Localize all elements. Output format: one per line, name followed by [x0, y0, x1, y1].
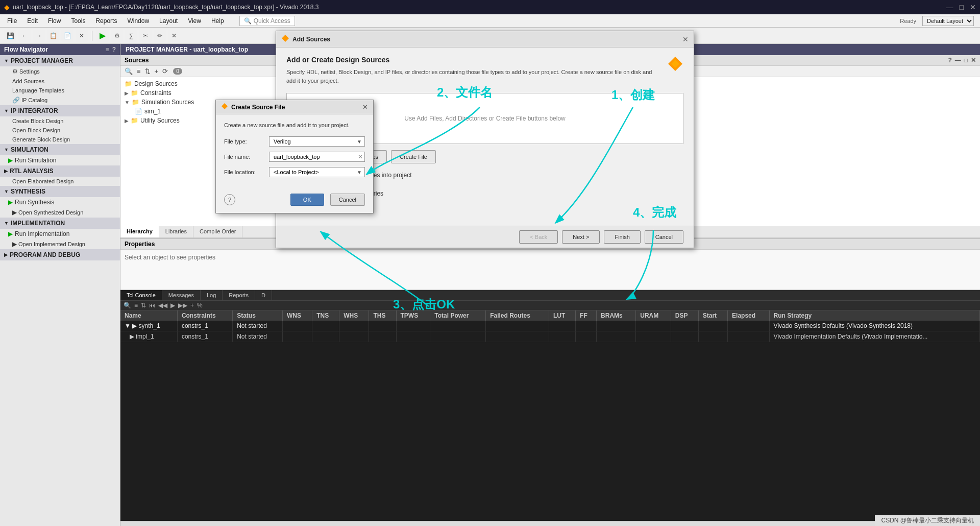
layout-select[interactable]: Default Layout [922, 16, 974, 26]
sidebar-item-run-implementation[interactable]: ▶ Run Implementation [0, 229, 120, 239]
cancel-button[interactable]: Cancel [645, 230, 683, 244]
tab-hierarchy[interactable]: Hierarchy [120, 226, 159, 237]
console-tab-reports[interactable]: Reports [223, 290, 255, 300]
nav-section-synthesis[interactable]: ▼ SYNTHESIS [0, 186, 120, 197]
redo-button[interactable]: → [33, 30, 45, 42]
cut-button[interactable]: ✂ [139, 30, 152, 42]
folder-constraints-icon: 📁 [131, 89, 138, 97]
collapse-arrow-synth-icon: ▼ [4, 189, 9, 194]
back-button[interactable]: < Back [519, 230, 558, 244]
nav-section-program-debug[interactable]: ▶ PROGRAM AND DEBUG [0, 249, 120, 260]
sources-search-icon[interactable]: 🔍 [124, 67, 134, 76]
title-bar-controls[interactable]: — □ ✕ [946, 3, 976, 11]
close-button[interactable]: ✕ [970, 3, 976, 11]
file-type-select[interactable]: Verilog VHDL SystemVerilog [269, 136, 365, 147]
nav-help-icon[interactable]: ? [112, 46, 116, 53]
sidebar-item-language-templates[interactable]: Language Templates [0, 86, 120, 95]
sum-button[interactable]: ∑ [125, 30, 137, 42]
sources-close-icon[interactable]: ✕ [971, 57, 976, 64]
dialog-help-button[interactable]: ? [224, 194, 235, 205]
nav-section-implementation[interactable]: ▼ IMPLEMENTATION [0, 218, 120, 229]
console-add-icon[interactable]: + [190, 302, 194, 309]
console-prev-icon[interactable]: ◀◀ [158, 302, 167, 309]
run-button[interactable]: ▶ [96, 30, 109, 42]
sidebar-item-settings[interactable]: ⚙ Settings [0, 66, 120, 77]
save-button[interactable]: 💾 [4, 30, 16, 42]
finish-button[interactable]: Finish [604, 230, 640, 244]
dialog-close-button[interactable]: ✕ [362, 103, 368, 111]
table-row[interactable]: ▼ ▶ synth_1 constrs_1 Not started [120, 321, 980, 331]
undo-button[interactable]: ← [18, 30, 31, 42]
console-sort-icon[interactable]: ⇅ [141, 302, 146, 309]
menu-window[interactable]: Window [122, 16, 154, 26]
console-tab-d[interactable]: D [255, 290, 272, 300]
console-filter-icon[interactable]: ≡ [134, 302, 138, 309]
sidebar-item-open-elaborated-design[interactable]: Open Elaborated Design [0, 177, 120, 186]
nav-section-simulation[interactable]: ▼ SIMULATION [0, 144, 120, 155]
console-search-icon[interactable]: 🔍 [124, 302, 131, 309]
sidebar-item-open-block-design[interactable]: Open Block Design [0, 126, 120, 135]
vivado-icon [281, 34, 289, 44]
sidebar-item-ip-catalog[interactable]: 🔗 IP Catalog [0, 95, 120, 105]
sources-refresh-icon[interactable]: ⟳ [161, 67, 169, 76]
tab-compile-order[interactable]: Compile Order [193, 226, 243, 237]
sources-add-icon[interactable]: + [154, 67, 160, 76]
dialog-cancel-button[interactable]: Cancel [330, 194, 365, 206]
sidebar-item-generate-block-design[interactable]: Generate Block Design [0, 135, 120, 144]
quick-access-bar[interactable]: 🔍 Quick Access [239, 16, 295, 26]
sidebar-item-create-block-design[interactable]: Create Block Design [0, 116, 120, 126]
create-file-button[interactable]: Create File [391, 150, 436, 163]
console-tab-messages[interactable]: Messages [162, 290, 201, 300]
console-percent-icon[interactable]: % [197, 302, 203, 309]
folder-utility-icon: 📁 [131, 117, 138, 124]
close-all-button[interactable]: ✕ [168, 30, 180, 42]
menu-edit[interactable]: Edit [22, 16, 43, 26]
paste-button[interactable]: 📄 [61, 30, 74, 42]
sidebar-item-open-implemented-design[interactable]: ▶ Open Implemented Design [0, 239, 120, 249]
sources-maximize-icon[interactable]: □ [964, 57, 968, 64]
dialog-ok-button[interactable]: OK [290, 194, 324, 206]
settings-button[interactable]: ⚙ [111, 30, 123, 42]
menu-file[interactable]: File [2, 16, 22, 26]
sources-sort-icon[interactable]: ⇅ [144, 67, 152, 76]
nav-pin-icon[interactable]: ≡ [106, 46, 109, 53]
maximize-button[interactable]: □ [960, 3, 964, 11]
expand-run2-icon: ▶ [132, 322, 137, 329]
sidebar-item-add-sources[interactable]: Add Sources [0, 77, 120, 86]
sources-help-icon[interactable]: ? [948, 57, 951, 64]
menu-view[interactable]: View [183, 16, 206, 26]
tab-libraries[interactable]: Libraries [159, 226, 193, 237]
edit-button[interactable]: ✏ [154, 30, 166, 42]
file-name-clear-icon[interactable]: ✕ [358, 153, 363, 160]
file-name-input[interactable] [269, 152, 365, 162]
sidebar-item-run-simulation[interactable]: ▶ Run Simulation [0, 155, 120, 165]
menu-help[interactable]: Help [206, 16, 229, 26]
sources-filter-icon[interactable]: ≡ [136, 67, 142, 76]
menu-tools[interactable]: Tools [66, 16, 90, 26]
next-button[interactable]: Next > [562, 230, 600, 244]
delete-button[interactable]: ✕ [76, 30, 88, 42]
menu-layout[interactable]: Layout [154, 16, 183, 26]
console-last-icon[interactable]: ▶▶ [178, 302, 187, 309]
dialog-footer: ? OK Cancel [216, 189, 373, 213]
minimize-button[interactable]: — [946, 3, 953, 11]
nav-section-ip-integrator[interactable]: ▼ IP INTEGRATOR [0, 105, 120, 116]
console-first-icon[interactable]: ⏮ [149, 302, 155, 309]
console-tab-log[interactable]: Log [201, 290, 223, 300]
table-row[interactable]: ▶ impl_1 constrs_1 Not started [120, 331, 980, 342]
file-location-select[interactable]: <Local to Project> [269, 167, 365, 177]
cell-wns [283, 321, 312, 331]
console-next-icon[interactable]: ▶ [170, 302, 175, 309]
menu-flow[interactable]: Flow [43, 16, 66, 26]
modal-close-button[interactable]: ✕ [682, 35, 689, 43]
sidebar-item-run-synthesis[interactable]: ▶ Run Synthesis [0, 197, 120, 207]
nav-section-project-manager[interactable]: ▼ PROJECT MANAGER [0, 55, 120, 66]
sidebar-item-open-synthesized-design[interactable]: ▶ Open Synthesized Design [0, 207, 120, 218]
console-tab-tcl[interactable]: Tcl Console [120, 290, 162, 300]
dialog-body: Create a new source file and add it to y… [216, 114, 373, 189]
horizontal-scrollbar[interactable] [120, 521, 980, 526]
menu-reports[interactable]: Reports [90, 16, 122, 26]
nav-section-rtl-analysis[interactable]: ▶ RTL ANALYSIS [0, 165, 120, 177]
copy-button[interactable]: 📋 [47, 30, 59, 42]
sources-minimize-icon[interactable]: — [955, 57, 961, 64]
